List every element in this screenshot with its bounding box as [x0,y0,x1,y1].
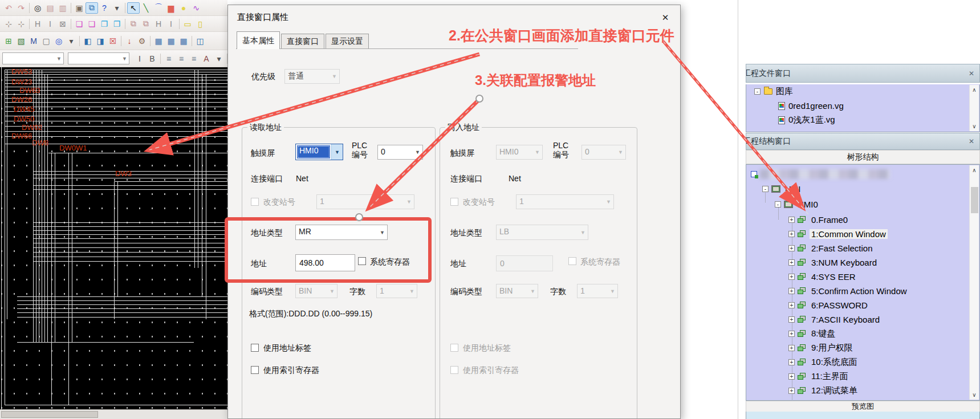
font-family-combo[interactable]: ▼ [2,52,64,64]
scroll-up-icon[interactable]: ∧ [972,87,976,93]
expand-icon[interactable]: + [788,345,795,351]
expand-icon[interactable]: + [788,217,795,223]
macro-doc-icon[interactable]: M [27,35,40,47]
make-same-height-icon[interactable]: I [44,18,56,30]
space-evenly-v-icon[interactable]: I [165,18,177,30]
structure-tree-scrollbar[interactable]: ∧ ∨ [969,165,979,400]
send-to-back-icon[interactable]: ❐ [111,18,123,30]
expand-icon[interactable]: + [788,259,795,266]
tab-basic-properties[interactable]: 基本属性 [237,31,280,49]
file-item[interactable]: 0red1green.vg [746,99,979,113]
scroll-down-icon[interactable]: ∨ [972,123,976,129]
address-input[interactable] [295,254,355,271]
address-book-icon[interactable]: ▣ [73,2,86,14]
align-left-icon[interactable]: ≡ [162,53,175,64]
font-color-more-icon[interactable]: ▾ [213,53,225,64]
system-tools-icon[interactable]: ⚙ [136,35,148,47]
row-more-icon[interactable]: ▾ [65,35,78,47]
font-color-icon[interactable]: A [200,53,213,64]
ungroup-icon[interactable]: ⧉ [140,18,152,30]
window-mid-icon[interactable]: ◫ [194,35,206,47]
print-preview-icon[interactable]: ▤ [44,2,56,14]
help-icon[interactable]: ? [98,2,111,14]
find-icon[interactable]: ◎ [31,2,44,14]
trend-chart-icon[interactable]: ▦ [152,35,165,47]
nudge-h-icon[interactable]: ⊹ [2,18,15,30]
tree-window-item[interactable]: + 1:Common Window [746,227,969,241]
ruler-vertical-icon[interactable]: ▯ [194,18,206,30]
priority-combo[interactable]: 普通▼ [284,69,340,84]
expand-icon[interactable]: + [788,231,795,237]
expand-icon[interactable]: + [788,316,795,323]
tree-window-item[interactable]: + 10:系统底面 [746,355,969,369]
nudge-v-icon[interactable]: ⊹ [15,18,27,30]
expand-icon[interactable]: + [788,373,795,380]
close-icon[interactable]: ✕ [969,70,979,78]
window-in-icon[interactable]: ◧ [82,35,94,47]
expand-icon[interactable]: + [788,274,795,280]
draw-ellipse-icon[interactable]: ● [177,2,190,14]
font-size-combo[interactable]: ▼ [68,52,129,64]
scrollbar-thumb[interactable] [971,187,978,213]
window-delete-icon[interactable]: ☒ [107,35,119,47]
expand-icon[interactable]: + [788,245,795,251]
data-table-icon[interactable]: ▦ [165,35,177,47]
align-right-icon[interactable]: ≡ [188,53,200,64]
bring-forward-icon[interactable]: ❏ [86,18,98,30]
tree-window-item[interactable]: + 4:SYS EER [746,270,969,284]
tree-window-item[interactable]: + 7:ASCII Keyboard [746,312,969,327]
scroll-up-icon[interactable]: ∧ [972,167,976,173]
expand-icon[interactable]: + [788,302,795,308]
close-icon[interactable]: ✕ [969,137,979,145]
tree-window-item[interactable]: + 11:主界面 [746,369,969,384]
tree-window-item[interactable]: + 6:PASSWORD [746,298,969,312]
expand-icon[interactable]: + [788,359,795,365]
expand-icon[interactable]: + [788,388,795,394]
plc-number-combo[interactable]: 0▼ [377,145,423,160]
collapse-icon[interactable]: - [762,186,768,192]
new-doc-icon[interactable]: ▢ [40,35,52,47]
panel-splitter[interactable] [738,0,738,419]
make-same-size-icon[interactable]: ⊠ [56,18,69,30]
collapse-icon[interactable]: - [775,201,781,208]
select-cursor-icon[interactable]: ↖ [127,2,140,14]
file-tree-scrollbar[interactable]: ∧ ∨ [969,85,979,131]
use-address-tag-checkbox[interactable] [251,344,259,352]
address-type-combo[interactable]: MR▼ [295,225,388,240]
send-backward-icon[interactable]: ❐ [98,18,111,30]
canvas-horizontal-scrollbar[interactable] [0,409,227,419]
redo-icon[interactable]: ↷ [15,2,27,14]
scroll-down-icon[interactable]: ∨ [972,392,976,398]
file-item[interactable]: 0浅灰1蓝.vg [746,113,979,127]
ruler-horizontal-icon[interactable]: ▭ [181,18,194,30]
touch-screen-combo[interactable]: HMI0▼ [295,144,343,160]
tree-window-item[interactable]: + 8:键盘 [746,327,969,341]
hmi-node-row[interactable]: - HMI [746,182,969,196]
bring-to-front-icon[interactable]: ❏ [73,18,86,30]
close-icon[interactable]: ✕ [658,11,672,25]
bold-icon[interactable]: B [146,53,158,64]
print-icon[interactable]: ▥ [56,2,69,14]
scrollbar-thumb[interactable] [1,411,98,418]
data-grid-icon[interactable]: ▦ [177,35,190,47]
tree-window-item[interactable]: + 0.Frame0 [746,213,969,227]
tree-window-item[interactable]: + 12:调试菜单 [746,384,969,398]
expand-icon[interactable]: + [788,288,795,294]
make-same-width-icon[interactable]: H [31,18,44,30]
tab-direct-window[interactable]: 直接窗口 [281,34,324,48]
tree-window-item[interactable]: + 2:Fast Selection [746,241,969,255]
preview-pane-header[interactable]: 预览图 [746,401,980,412]
gallery-folder-row[interactable]: - 图库 [746,84,979,99]
expand-icon[interactable]: + [788,331,795,337]
undo-icon[interactable]: ↶ [2,2,15,14]
draw-polyline-icon[interactable]: ∿ [190,2,202,14]
tab-display-settings[interactable]: 显示设置 [326,34,369,48]
system-register-checkbox[interactable] [358,257,366,265]
tree-window-item[interactable]: + 3:NUM Keyboard [746,255,969,270]
space-evenly-h-icon[interactable]: H [152,18,165,30]
collapse-icon[interactable]: - [754,88,761,95]
hmi0-node-row[interactable]: - HMI0 [746,197,969,211]
design-canvas[interactable]: DW53DW23DW63DW26DW45DW50DW02DW66DW8DW0W1… [0,67,227,409]
draw-rect-icon[interactable]: ▆ [165,2,177,14]
tree-window-item[interactable]: + 5:Confirm Action Window [746,284,969,298]
